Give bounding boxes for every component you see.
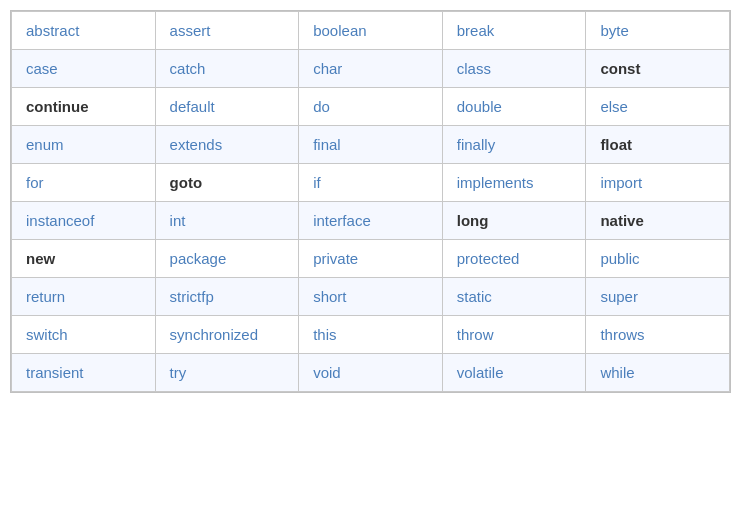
table-cell: void bbox=[299, 354, 443, 392]
table-cell: static bbox=[442, 278, 586, 316]
table-cell: abstract bbox=[12, 12, 156, 50]
table-cell: new bbox=[12, 240, 156, 278]
table-row: forgotoifimplementsimport bbox=[12, 164, 730, 202]
table-cell: transient bbox=[12, 354, 156, 392]
table-cell: try bbox=[155, 354, 299, 392]
keywords-table: abstractassertbooleanbreakbytecasecatchc… bbox=[10, 10, 731, 393]
table-cell: this bbox=[299, 316, 443, 354]
table-cell: instanceof bbox=[12, 202, 156, 240]
table-cell: boolean bbox=[299, 12, 443, 50]
table-cell: if bbox=[299, 164, 443, 202]
table-cell: goto bbox=[155, 164, 299, 202]
table-row: newpackageprivateprotectedpublic bbox=[12, 240, 730, 278]
table-cell: catch bbox=[155, 50, 299, 88]
table-cell: default bbox=[155, 88, 299, 126]
table-row: casecatchcharclassconst bbox=[12, 50, 730, 88]
table-cell: const bbox=[586, 50, 730, 88]
table-row: enumextendsfinalfinallyfloat bbox=[12, 126, 730, 164]
table-cell: package bbox=[155, 240, 299, 278]
table-cell: import bbox=[586, 164, 730, 202]
table-cell: synchronized bbox=[155, 316, 299, 354]
table-cell: public bbox=[586, 240, 730, 278]
table-cell: finally bbox=[442, 126, 586, 164]
table-cell: strictfp bbox=[155, 278, 299, 316]
table-cell: protected bbox=[442, 240, 586, 278]
table-row: instanceofintinterfacelongnative bbox=[12, 202, 730, 240]
table-cell: assert bbox=[155, 12, 299, 50]
table-cell: double bbox=[442, 88, 586, 126]
table-row: transienttryvoidvolatilewhile bbox=[12, 354, 730, 392]
table-cell: extends bbox=[155, 126, 299, 164]
table-cell: int bbox=[155, 202, 299, 240]
table-cell: while bbox=[586, 354, 730, 392]
table-cell: case bbox=[12, 50, 156, 88]
table-row: abstractassertbooleanbreakbyte bbox=[12, 12, 730, 50]
table-cell: else bbox=[586, 88, 730, 126]
table-cell: super bbox=[586, 278, 730, 316]
table-cell: long bbox=[442, 202, 586, 240]
table-cell: throw bbox=[442, 316, 586, 354]
table-cell: volatile bbox=[442, 354, 586, 392]
table-cell: return bbox=[12, 278, 156, 316]
table-cell: private bbox=[299, 240, 443, 278]
table-row: continuedefaultdodoubleelse bbox=[12, 88, 730, 126]
table-cell: enum bbox=[12, 126, 156, 164]
table-cell: float bbox=[586, 126, 730, 164]
table-cell: continue bbox=[12, 88, 156, 126]
table-row: switchsynchronizedthisthrowthrows bbox=[12, 316, 730, 354]
table-cell: for bbox=[12, 164, 156, 202]
table-cell: break bbox=[442, 12, 586, 50]
table-cell: switch bbox=[12, 316, 156, 354]
table-cell: char bbox=[299, 50, 443, 88]
table-cell: implements bbox=[442, 164, 586, 202]
table-cell: do bbox=[299, 88, 443, 126]
table-cell: short bbox=[299, 278, 443, 316]
table-cell: class bbox=[442, 50, 586, 88]
table-cell: final bbox=[299, 126, 443, 164]
table-cell: throws bbox=[586, 316, 730, 354]
table-row: returnstrictfpshortstaticsuper bbox=[12, 278, 730, 316]
table-cell: byte bbox=[586, 12, 730, 50]
table-cell: interface bbox=[299, 202, 443, 240]
table-cell: native bbox=[586, 202, 730, 240]
